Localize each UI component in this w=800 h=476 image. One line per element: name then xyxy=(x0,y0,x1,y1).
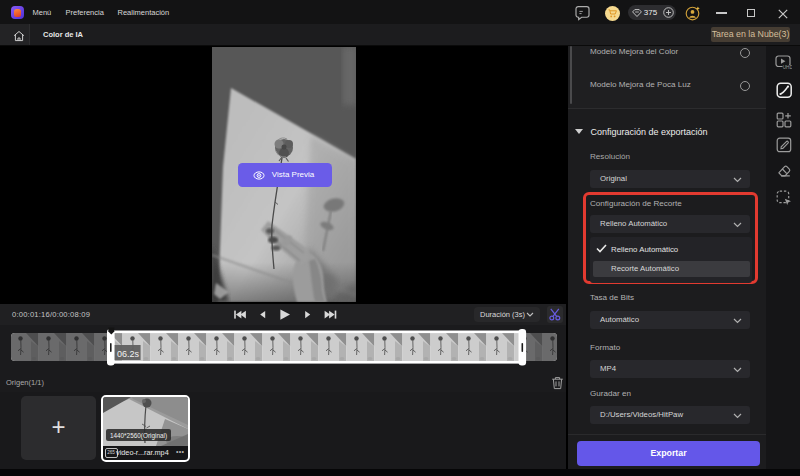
svg-text:06.2s: 06.2s xyxy=(117,349,140,359)
svg-text:UHD: UHD xyxy=(783,65,792,70)
